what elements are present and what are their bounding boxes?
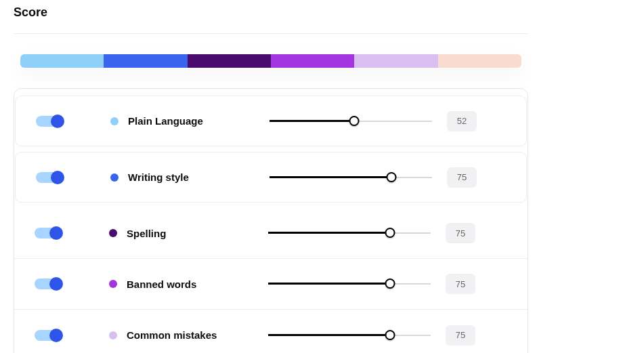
slider-fill — [268, 232, 390, 234]
color-segment — [354, 54, 437, 68]
slider-area — [268, 329, 431, 342]
color-segment — [104, 54, 187, 68]
metric-row: Spelling 75 — [14, 208, 528, 259]
metric-row: Common mistakes 75 — [14, 310, 528, 353]
metric-toggle[interactable] — [36, 172, 63, 183]
color-dot-icon — [109, 229, 117, 237]
metric-value: 75 — [446, 325, 475, 346]
metric-slider[interactable] — [268, 329, 431, 342]
slider-thumb[interactable] — [349, 116, 359, 126]
metric-value: 75 — [446, 223, 475, 243]
color-dot-icon — [110, 173, 119, 182]
color-dot-icon — [110, 117, 119, 125]
slider-fill — [268, 334, 390, 336]
toggle-knob — [49, 277, 63, 291]
metric-slider[interactable] — [268, 226, 431, 240]
slider-thumb[interactable] — [385, 330, 395, 340]
metric-value: 52 — [447, 111, 477, 131]
slider-thumb[interactable] — [385, 228, 395, 238]
slider-area — [268, 277, 431, 291]
metric-row: Plain Language 52 — [15, 96, 527, 146]
metric-toggle[interactable] — [35, 330, 62, 341]
metric-value: 75 — [447, 167, 477, 188]
metric-value: 75 — [446, 274, 475, 294]
color-dot-icon — [109, 280, 117, 288]
score-color-bar — [20, 54, 521, 68]
slider-area — [268, 226, 431, 240]
toggle-knob — [51, 115, 64, 128]
color-segment — [20, 54, 104, 68]
metric-label: Banned words — [127, 278, 196, 290]
metric-toggle[interactable] — [35, 228, 62, 238]
slider-fill — [270, 120, 354, 122]
metric-label: Writing style — [128, 171, 189, 183]
metric-label: Spelling — [127, 228, 166, 239]
slider-fill — [270, 176, 391, 178]
slider-thumb[interactable] — [387, 172, 397, 182]
metric-slider[interactable] — [270, 171, 432, 184]
toggle-knob — [51, 171, 64, 184]
slider-thumb[interactable] — [385, 278, 395, 289]
metric-toggle[interactable] — [35, 278, 62, 289]
slider-area — [270, 171, 432, 184]
metric-row: Writing style 75 — [15, 152, 527, 203]
page-title: Score — [14, 5, 630, 20]
metrics-panel: Plain Language 52 Writing style 75 — [14, 88, 528, 353]
color-segment — [271, 54, 354, 68]
color-dot-icon — [109, 331, 117, 339]
metric-row: Banned words 75 — [14, 259, 528, 310]
metric-slider[interactable] — [268, 277, 431, 291]
metric-toggle[interactable] — [36, 116, 63, 127]
metric-label-area: Banned words — [109, 278, 268, 290]
metric-label-area: Writing style — [110, 171, 270, 183]
slider-fill — [268, 283, 390, 285]
metric-label: Plain Language — [128, 115, 203, 127]
metric-label-area: Spelling — [109, 228, 268, 239]
metric-label-area: Plain Language — [110, 115, 270, 127]
metric-label-area: Common mistakes — [109, 329, 268, 341]
slider-area — [270, 115, 432, 128]
metric-slider[interactable] — [270, 115, 432, 128]
metric-label: Common mistakes — [127, 329, 217, 341]
title-divider — [14, 33, 528, 34]
color-segment — [188, 54, 271, 68]
color-segment — [438, 54, 521, 68]
toggle-knob — [49, 226, 63, 240]
toggle-knob — [49, 329, 63, 342]
